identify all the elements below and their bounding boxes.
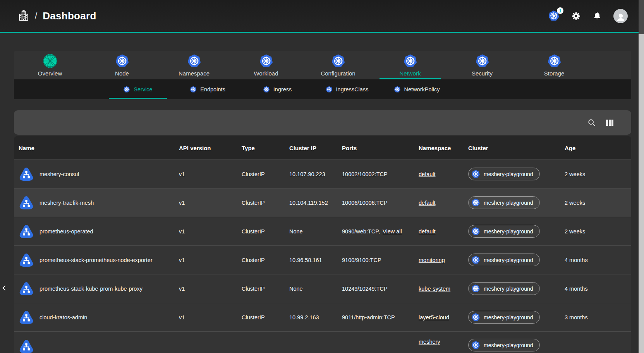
kubernetes-icon (471, 255, 480, 264)
age: 2 weeks (560, 228, 631, 235)
page-scrollbar[interactable] (639, 0, 644, 353)
cluster-ip: 10.96.58.161 (285, 257, 337, 263)
network-subtabs: Service Endpoints Ingress IngressClass N… (14, 79, 631, 99)
table-row[interactable]: meshery-traefik-mesh v1 ClusterIP 10.104… (14, 188, 631, 217)
age (560, 332, 631, 339)
namespace-link[interactable]: kube-system (419, 286, 450, 292)
view-all-ports-link[interactable]: View all (383, 228, 402, 235)
kubernetes-context-button[interactable]: 1 (548, 10, 560, 22)
person-icon (615, 11, 627, 23)
kubernetes-icon (403, 54, 417, 68)
ports: 10249/10249:TCP (342, 286, 388, 292)
subtab-service[interactable]: Service (103, 79, 173, 99)
api-version: v1 (174, 200, 237, 206)
table-row[interactable]: prometheus-stack-kube-prom-kube-proxy v1… (14, 274, 631, 303)
view-columns-icon[interactable] (606, 120, 613, 126)
search-icon[interactable] (587, 118, 596, 127)
tab-workload[interactable]: Workload (230, 51, 302, 79)
kubernetes-icon (394, 86, 401, 93)
table-row[interactable]: meshery-consul v1 ClusterIP 10.107.90.22… (14, 159, 631, 188)
dashboard-page: / Dashboard 1 Overview Nod (0, 0, 644, 353)
column-header-type[interactable]: Type (237, 145, 285, 151)
namespace-link[interactable]: default (419, 171, 436, 177)
api-version: v1 (174, 257, 237, 263)
api-version: v1 (174, 171, 237, 177)
subtab-label: Endpoints (200, 86, 225, 93)
subtab-label: IngressClass (336, 86, 369, 93)
settings-gear-icon[interactable] (571, 11, 581, 21)
cluster-ip: 10.99.2.163 (285, 314, 337, 320)
tab-network[interactable]: Network (374, 51, 446, 79)
service-name: cloud-kratos-admin (39, 314, 87, 320)
table-row[interactable]: cloud-kratos-admin v1 ClusterIP 10.99.2.… (14, 303, 631, 331)
cluster-chip[interactable]: meshery-playground (468, 311, 540, 324)
kubernetes-icon (263, 86, 270, 93)
service-type: ClusterIP (237, 314, 285, 320)
namespace-link[interactable]: meshery (419, 339, 440, 345)
tab-configuration[interactable]: Configuration (302, 51, 374, 79)
service-icon (19, 310, 34, 325)
cluster-name: meshery-playground (484, 228, 533, 235)
column-header-namespace[interactable]: Namespace (414, 145, 464, 151)
tab-label: Configuration (321, 70, 355, 77)
tab-label: Namespace (179, 70, 210, 77)
cluster-chip[interactable]: meshery-playground (468, 339, 540, 351)
subtab-ingress[interactable]: Ingress (242, 79, 312, 99)
cluster-chip[interactable]: meshery-playground (468, 282, 540, 295)
cluster-chip[interactable]: meshery-playground (468, 254, 540, 266)
context-count-badge: 1 (557, 7, 563, 14)
scrollbar-track[interactable] (639, 34, 644, 353)
column-header-api-version[interactable]: API version (174, 145, 237, 151)
namespace-link[interactable]: monitoring (419, 257, 445, 263)
cluster-chip[interactable]: meshery-playground (468, 168, 540, 180)
cluster-name: meshery-playground (484, 342, 533, 348)
service-type: ClusterIP (237, 257, 285, 263)
age: 3 months (560, 314, 631, 320)
table-row[interactable]: prometheus-operated v1 ClusterIP None 90… (14, 217, 631, 245)
table-row[interactable]: meshery meshery-playground (14, 331, 631, 353)
column-header-ports[interactable]: Ports (337, 145, 414, 151)
age: 2 weeks (560, 171, 631, 177)
cluster-name: meshery-playground (484, 257, 533, 263)
column-header-age[interactable]: Age (560, 145, 631, 151)
api-version: v1 (174, 314, 237, 320)
user-avatar[interactable] (613, 9, 628, 23)
ports: 9090/web:TCP, (342, 228, 380, 235)
header-actions: 1 (548, 9, 628, 23)
age: 4 months (560, 286, 631, 292)
kubernetes-icon (547, 54, 562, 68)
meshery-icon (43, 54, 57, 68)
subtab-networkpolicy[interactable]: NetworkPolicy (382, 79, 452, 99)
subtab-label: Service (134, 86, 152, 93)
api-version (174, 332, 237, 339)
cluster-name: meshery-playground (484, 171, 533, 177)
tab-security[interactable]: Security (446, 51, 518, 79)
cluster-chip[interactable]: meshery-playground (468, 225, 540, 238)
tab-overview[interactable]: Overview (14, 51, 86, 79)
column-header-cluster-ip[interactable]: Cluster IP (285, 145, 337, 151)
table-row[interactable]: prometheus-stack-prometheus-node-exporte… (14, 245, 631, 274)
subtab-ingressclass[interactable]: IngressClass (312, 79, 382, 99)
service-type (237, 332, 285, 339)
column-header-name[interactable]: Name (14, 145, 174, 151)
namespace-link[interactable]: default (419, 228, 436, 235)
notifications-bell-icon[interactable] (592, 11, 602, 21)
tab-node[interactable]: Node (86, 51, 158, 79)
cluster-chip[interactable]: meshery-playground (468, 196, 540, 209)
app-header: / Dashboard 1 (0, 0, 639, 33)
tab-storage[interactable]: Storage (518, 51, 590, 79)
table-header: Name API version Type Cluster IP Ports N… (14, 136, 631, 159)
chevron-left-icon (1, 284, 9, 292)
subtab-endpoints[interactable]: Endpoints (173, 79, 242, 99)
ports: 9011/http-admin:TCP (342, 314, 395, 320)
namespace-link[interactable]: default (419, 200, 436, 206)
tab-namespace[interactable]: Namespace (158, 51, 230, 79)
age: 2 weeks (560, 200, 631, 206)
service-name: meshery-traefik-mesh (39, 200, 94, 206)
kubernetes-icon (187, 54, 201, 68)
kubernetes-icon (471, 198, 480, 207)
collapse-drawer-button[interactable] (1, 283, 9, 293)
column-header-cluster[interactable]: Cluster (464, 145, 560, 151)
service-icon (19, 281, 34, 296)
namespace-link[interactable]: layer5-cloud (419, 314, 449, 320)
